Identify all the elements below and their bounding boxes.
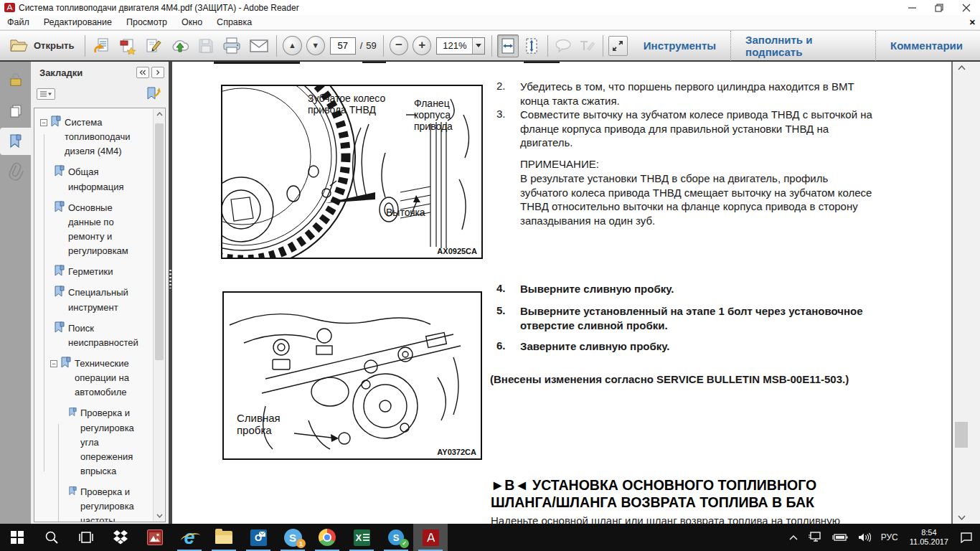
bookmark-label: Проверка и регулировка угла опережения в… (80, 406, 149, 479)
text-edit-icon (578, 39, 595, 53)
page-pencil-icon (145, 37, 162, 55)
search-button[interactable] (34, 524, 69, 551)
bookmark-item[interactable]: − Технические операции на автомобиле (50, 357, 149, 400)
bookmark-item[interactable]: Основные данные по ремонту и регулировка… (55, 201, 149, 259)
excel-button[interactable]: X (344, 524, 379, 551)
sign-document-button[interactable] (141, 34, 166, 58)
tab-comments[interactable]: Комментарии (876, 39, 977, 52)
send-file-button[interactable] (89, 34, 115, 58)
arrow-down-icon: ▼ (311, 42, 319, 50)
bookmark-item[interactable]: − Система топливоподачи дизеля (4M4) (40, 116, 149, 159)
create-pdf-button[interactable] (115, 34, 141, 58)
menu-file[interactable]: Файл (0, 15, 37, 29)
bookmark-item[interactable]: Герметики (55, 265, 149, 279)
bookmark-item[interactable]: Общая информация (55, 165, 149, 194)
restore-button[interactable] (925, 0, 953, 15)
speaker-icon (858, 532, 871, 542)
volume-button[interactable] (854, 524, 875, 551)
menu-window[interactable]: Окно (174, 15, 209, 29)
scrollbar-thumb[interactable] (155, 123, 164, 360)
page-number-input[interactable] (330, 37, 356, 55)
bookmark-options-button[interactable] (37, 88, 55, 100)
start-button[interactable] (0, 524, 34, 551)
menu-view[interactable]: Просмотр (119, 15, 174, 29)
clock-time: 8:54 (921, 528, 936, 537)
open-button[interactable]: Открыть (3, 34, 81, 58)
bookmark-icon (61, 357, 71, 369)
clock[interactable]: 8:5411.05.2017 (904, 528, 954, 547)
step-number: 6. (496, 339, 520, 354)
clock-date: 11.05.2017 (910, 537, 948, 546)
step-text: Выверните установленный на этапе 1 болт … (520, 304, 936, 332)
close-document-icon[interactable]: ✕ (969, 18, 976, 27)
bookmark-item[interactable]: Проверка и регулировка частоты (69, 485, 149, 522)
scrollbar-thumb[interactable] (955, 422, 968, 448)
arrow-up-icon: ▲ (288, 42, 296, 50)
page-thumbnails-tab[interactable] (0, 98, 31, 125)
dropbox-button[interactable] (103, 524, 138, 551)
step-text: Выверните сливную пробку. (520, 282, 936, 296)
chrome-button[interactable] (310, 524, 344, 551)
bookmark-item[interactable]: Специальный инструмент (55, 286, 149, 314)
skype-business-button[interactable]: S✓ (379, 524, 413, 551)
bookmark-label: Общая информация (68, 165, 140, 194)
expand-panel-button[interactable] (151, 67, 164, 78)
new-bookmark-button[interactable] (146, 87, 161, 101)
fit-width-button[interactable] (497, 34, 518, 57)
fullscreen-button[interactable] (608, 36, 628, 56)
save-to-cloud-button[interactable] (166, 34, 194, 58)
outlook-button[interactable]: O (241, 524, 275, 551)
fit-page-button[interactable] (522, 34, 542, 57)
task-view-button[interactable] (69, 524, 103, 551)
chevron-right-icon (155, 70, 161, 75)
bookmark-icon (55, 265, 65, 277)
skype-button[interactable]: S1 (275, 524, 310, 551)
zoom-level-dropdown[interactable]: 121% (436, 37, 485, 55)
picture-app-button[interactable] (138, 524, 172, 551)
search-icon (44, 530, 59, 545)
bookmark-item[interactable]: Поиск неисправностей (55, 321, 149, 350)
document-scrollbar[interactable] (951, 62, 980, 524)
zoom-dropdown-button[interactable] (472, 38, 484, 54)
previous-page-button[interactable]: ▲ (283, 36, 301, 55)
paperclip-icon (4, 160, 26, 182)
next-page-button[interactable]: ▼ (306, 36, 325, 55)
tab-tools[interactable]: Инструменты (629, 39, 730, 52)
internet-explorer-button[interactable]: e (172, 524, 207, 551)
menu-help[interactable]: Справка (209, 15, 259, 29)
skype-notification-badge: 1 (296, 539, 306, 548)
file-explorer-button[interactable] (207, 524, 241, 551)
scroll-down-icon[interactable] (954, 515, 969, 520)
menu-edit[interactable]: Редактирование (37, 15, 119, 29)
scroll-up-icon[interactable] (154, 112, 165, 116)
bookmarks-tab[interactable] (0, 128, 31, 155)
close-button[interactable] (953, 0, 980, 15)
bookmark-item[interactable]: Проверка и регулировка угла опережения в… (69, 406, 149, 479)
collapse-panel-button[interactable] (136, 67, 149, 78)
minimize-button[interactable] (898, 0, 925, 15)
zoom-in-button[interactable]: + (413, 36, 431, 55)
email-button[interactable] (245, 34, 273, 58)
tab-fill-sign[interactable]: Заполнить и подписать (731, 34, 875, 58)
comment-button[interactable] (553, 34, 574, 57)
text-annotation-button[interactable] (577, 34, 598, 57)
toolbar: Открыть ▲ ▼ /59 − + 121% Инструменты Зап… (0, 30, 980, 62)
divider-grip[interactable] (169, 270, 171, 288)
tray-expand-button[interactable] (785, 524, 802, 551)
battery-status-button[interactable] (828, 524, 852, 551)
print-button[interactable] (218, 34, 245, 58)
network-status-button[interactable] (804, 524, 826, 551)
action-center-button[interactable] (956, 524, 977, 551)
send-document-icon (93, 37, 110, 55)
attachments-tab[interactable] (0, 158, 31, 185)
zoom-out-button[interactable]: − (390, 36, 408, 55)
scroll-down-icon[interactable] (154, 514, 165, 518)
collapse-node-icon[interactable]: − (50, 360, 57, 367)
language-indicator[interactable]: РУС (877, 524, 903, 551)
save-button[interactable] (194, 34, 218, 58)
adobe-reader-button[interactable] (413, 524, 448, 551)
security-tab[interactable] (0, 66, 31, 93)
scroll-up-icon[interactable] (954, 65, 969, 70)
bookmarks-scrollbar[interactable] (153, 109, 164, 521)
collapse-node-icon[interactable]: − (40, 119, 47, 126)
